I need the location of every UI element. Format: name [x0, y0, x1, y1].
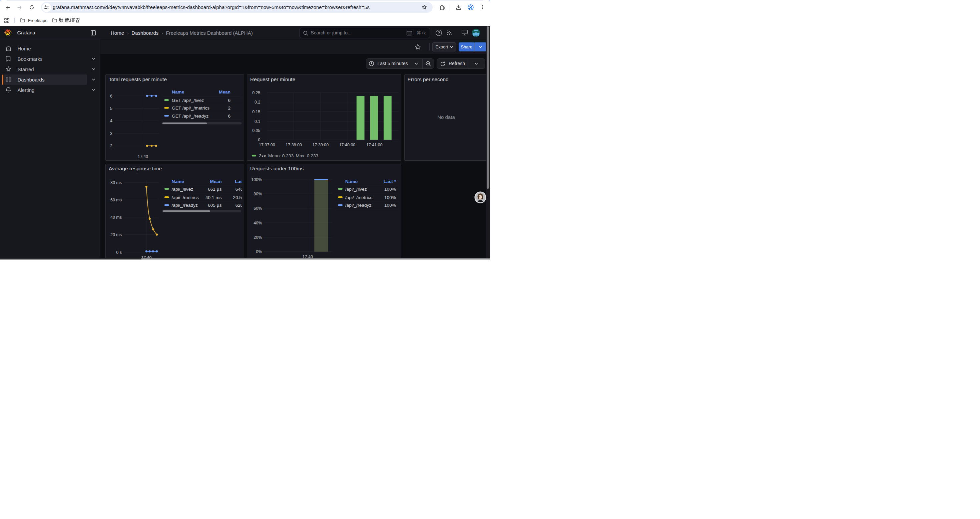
svg-text:100%: 100%: [384, 187, 396, 192]
svg-text:17:38:00: 17:38:00: [286, 143, 302, 147]
svg-text:80 ms: 80 ms: [110, 180, 122, 185]
svg-text:6: 6: [228, 98, 231, 103]
svg-text:40%: 40%: [253, 221, 262, 225]
svg-text:20 ms: 20 ms: [110, 232, 122, 237]
svg-text:17:40: 17:40: [138, 154, 148, 159]
svg-text:0.15: 0.15: [252, 110, 260, 114]
svg-text:Last *: Last *: [383, 179, 396, 184]
svg-text:20.5 ms: 20.5 ms: [233, 195, 242, 200]
svg-text:2: 2: [110, 144, 112, 148]
svg-text:0.25: 0.25: [252, 91, 260, 95]
svg-text:GET /api/_/metrics: GET /api/_/metrics: [172, 105, 210, 110]
svg-text:17:41:00: 17:41:00: [366, 143, 383, 147]
svg-text:17:37:00: 17:37:00: [259, 143, 275, 147]
svg-text:Max: 0.233: Max: 0.233: [296, 153, 318, 158]
svg-text:0.05: 0.05: [252, 128, 260, 133]
svg-text:40.1 ms: 40.1 ms: [205, 195, 222, 200]
svg-text:17:40:00: 17:40:00: [339, 143, 356, 147]
svg-text:100%: 100%: [251, 177, 262, 182]
svg-text:0.2: 0.2: [255, 100, 260, 105]
svg-text:Name: Name: [345, 179, 358, 184]
svg-text:0: 0: [258, 137, 261, 142]
svg-text:17:39:00: 17:39:00: [313, 143, 329, 147]
svg-text:0.1: 0.1: [255, 119, 260, 124]
svg-text:/api/_/readyz: /api/_/readyz: [345, 203, 372, 208]
svg-text:5: 5: [110, 106, 112, 111]
svg-text:80%: 80%: [253, 192, 262, 196]
svg-text:60%: 60%: [253, 206, 262, 211]
svg-text:/api/_/metrics: /api/_/metrics: [172, 195, 199, 200]
svg-text:0 s: 0 s: [116, 250, 122, 255]
svg-text:Name: Name: [172, 89, 185, 94]
svg-text:60 ms: 60 ms: [110, 198, 122, 203]
svg-text:20%: 20%: [253, 235, 262, 240]
svg-text:GET /api/_/livez: GET /api/_/livez: [172, 98, 204, 103]
svg-text:100%: 100%: [384, 203, 396, 208]
svg-text:646 µs: 646 µs: [235, 187, 242, 192]
svg-text:661 µs: 661 µs: [208, 187, 222, 192]
svg-text:GET /api/_/readyz: GET /api/_/readyz: [172, 113, 208, 118]
svg-text:Mean: Mean: [210, 179, 222, 184]
svg-text:6: 6: [110, 94, 112, 99]
svg-text:4: 4: [110, 118, 112, 123]
svg-text:605 µs: 605 µs: [208, 203, 222, 208]
svg-text:/api/_/readyz: /api/_/readyz: [172, 203, 198, 208]
svg-text:0%: 0%: [256, 249, 262, 254]
svg-text:Mean: 0.233: Mean: 0.233: [268, 153, 294, 158]
svg-text:Last *: Last *: [235, 179, 242, 184]
svg-text:/api/_/livez: /api/_/livez: [345, 187, 367, 192]
svg-text:/api/_/livez: /api/_/livez: [172, 187, 194, 192]
svg-text:Name: Name: [172, 179, 185, 184]
svg-text:Mean: Mean: [219, 89, 231, 94]
svg-text:2: 2: [228, 105, 231, 110]
svg-text:100%: 100%: [384, 195, 396, 200]
svg-text:620 µs: 620 µs: [235, 203, 242, 208]
svg-text:6: 6: [228, 113, 231, 118]
svg-text:/api/_/metrics: /api/_/metrics: [345, 195, 372, 200]
svg-text:3: 3: [110, 131, 112, 136]
svg-text:2xx: 2xx: [259, 153, 266, 158]
svg-text:40 ms: 40 ms: [110, 215, 122, 220]
